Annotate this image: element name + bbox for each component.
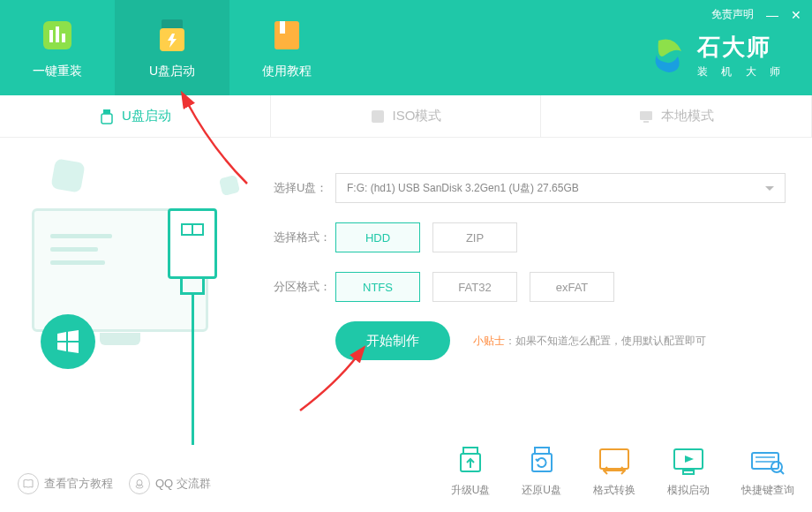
iso-icon bbox=[370, 109, 386, 124]
minimize-button[interactable]: — bbox=[766, 8, 778, 22]
simulate-boot-icon bbox=[671, 446, 706, 478]
svg-rect-23 bbox=[752, 453, 778, 469]
usb-plug-icon bbox=[168, 208, 217, 445]
svg-rect-1 bbox=[49, 30, 53, 42]
illustration bbox=[0, 138, 265, 473]
svg-rect-13 bbox=[643, 121, 649, 123]
format-option-hdd[interactable]: HDD bbox=[335, 222, 420, 252]
tip-label: 小贴士 bbox=[473, 335, 505, 347]
format-convert-icon bbox=[597, 446, 632, 478]
tab-label: 本地模式 bbox=[661, 108, 714, 124]
svg-rect-12 bbox=[640, 111, 652, 120]
close-button[interactable]: ✕ bbox=[791, 8, 801, 22]
usb-select-label: 选择U盘： bbox=[274, 180, 335, 196]
svg-rect-19 bbox=[532, 454, 552, 471]
svg-line-27 bbox=[780, 471, 784, 474]
svg-rect-18 bbox=[535, 448, 549, 454]
tab-iso-mode[interactable]: ISO模式 bbox=[271, 95, 542, 137]
partition-label: 分区格式： bbox=[274, 279, 335, 295]
brand-logo-icon bbox=[648, 35, 688, 76]
partition-option-ntfs[interactable]: NTFS bbox=[335, 272, 420, 302]
official-tutorial-link[interactable]: 查看官方教程 bbox=[18, 473, 113, 494]
nav-label: 使用教程 bbox=[262, 64, 312, 79]
upgrade-usb-icon bbox=[453, 446, 488, 478]
brand: 石大师 装 机 大 师 bbox=[648, 32, 786, 79]
svg-rect-11 bbox=[372, 110, 384, 123]
tab-label: U盘启动 bbox=[122, 108, 171, 124]
nav-label: U盘启动 bbox=[149, 64, 195, 79]
format-label: 选择格式： bbox=[274, 230, 335, 245]
svg-rect-16 bbox=[463, 448, 477, 454]
bottom-left-links: 查看官方教程 QQ 交流群 bbox=[18, 473, 211, 494]
book-icon bbox=[18, 473, 39, 494]
main-content: 选择U盘： F:G: (hd1) USB SanDisk 3.2Gen1 (U盘… bbox=[0, 138, 812, 473]
qq-icon bbox=[129, 473, 150, 494]
usb-select-dropdown[interactable]: F:G: (hd1) USB SanDisk 3.2Gen1 (U盘) 27.6… bbox=[335, 173, 786, 203]
reinstall-icon bbox=[38, 16, 77, 55]
start-create-button[interactable]: 开始制作 bbox=[335, 321, 450, 360]
svg-rect-2 bbox=[56, 26, 59, 42]
app-header: 一键重装 U盘启动 使用教程 免责声明 — ✕ 石大师 装 机 大 师 bbox=[0, 0, 812, 95]
window-controls: 免责声明 — ✕ bbox=[711, 7, 801, 22]
tab-usb-boot[interactable]: U盘启动 bbox=[0, 95, 271, 137]
usb-select-value: F:G: (hd1) USB SanDisk 3.2Gen1 (U盘) 27.6… bbox=[347, 181, 579, 196]
config-panel: 选择U盘： F:G: (hd1) USB SanDisk 3.2Gen1 (U盘… bbox=[265, 138, 812, 473]
svg-rect-8 bbox=[280, 21, 285, 34]
tab-label: ISO模式 bbox=[393, 108, 442, 124]
monitor-icon bbox=[638, 109, 654, 124]
usb-icon bbox=[99, 109, 115, 124]
hotkey-lookup-icon bbox=[750, 446, 786, 478]
brand-subtitle: 装 机 大 师 bbox=[697, 64, 786, 79]
partition-option-exfat[interactable]: exFAT bbox=[530, 272, 614, 302]
nav-reinstall[interactable]: 一键重装 bbox=[0, 0, 115, 95]
svg-rect-22 bbox=[683, 471, 694, 474]
tip-text: 小贴士：如果不知道怎么配置，使用默认配置即可 bbox=[473, 334, 706, 349]
restore-usb-icon bbox=[524, 446, 560, 478]
tab-local-mode[interactable]: 本地模式 bbox=[541, 95, 812, 137]
nav-usb-boot[interactable]: U盘启动 bbox=[115, 0, 229, 95]
svg-rect-3 bbox=[62, 34, 65, 42]
usb-boot-icon bbox=[153, 16, 192, 55]
action-format-convert[interactable]: 格式转换 bbox=[593, 446, 635, 498]
mode-tabs: U盘启动 ISO模式 本地模式 bbox=[0, 95, 812, 138]
partition-option-fat32[interactable]: FAT32 bbox=[432, 272, 517, 302]
svg-rect-7 bbox=[274, 21, 299, 49]
tutorial-icon bbox=[267, 16, 306, 55]
nav-label: 一键重装 bbox=[33, 64, 82, 79]
bottom-action-bar: 升级U盘 还原U盘 格式转换 模拟启动 快捷键查询 bbox=[451, 446, 794, 498]
action-upgrade-usb[interactable]: 升级U盘 bbox=[451, 446, 491, 498]
qq-group-link[interactable]: QQ 交流群 bbox=[129, 473, 211, 494]
action-restore-usb[interactable]: 还原U盘 bbox=[522, 446, 561, 498]
svg-rect-20 bbox=[600, 449, 628, 469]
nav-tutorial[interactable]: 使用教程 bbox=[229, 0, 344, 95]
windows-badge-icon bbox=[41, 314, 95, 369]
format-option-zip[interactable]: ZIP bbox=[432, 222, 517, 252]
action-simulate-boot[interactable]: 模拟启动 bbox=[667, 446, 710, 498]
disclaimer-link[interactable]: 免责声明 bbox=[711, 7, 754, 22]
action-hotkey-lookup[interactable]: 快捷键查询 bbox=[741, 446, 794, 498]
brand-title: 石大师 bbox=[697, 32, 786, 63]
svg-rect-10 bbox=[102, 114, 112, 124]
